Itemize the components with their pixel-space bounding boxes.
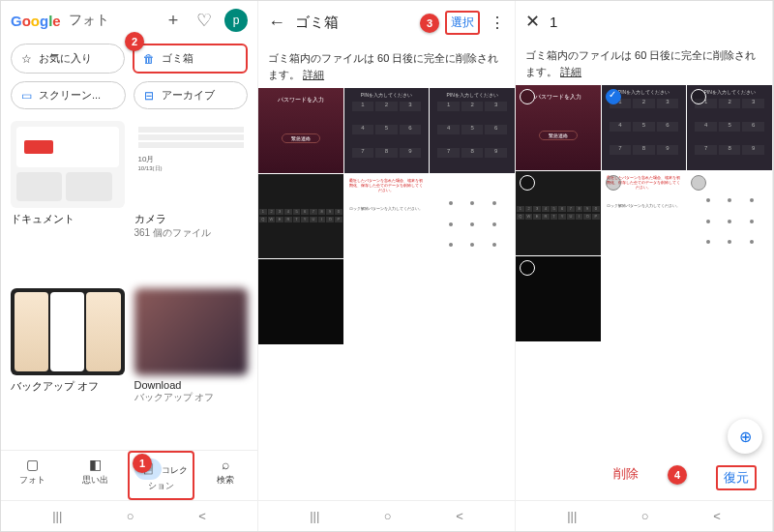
chip-trash[interactable]: 🗑 ゴミ箱 — [133, 44, 249, 74]
album-download[interactable]: Download バックアップ オフ — [134, 288, 249, 443]
chip-favorites[interactable]: ☆ お気に入り — [11, 44, 125, 74]
system-nav: ||| ○ < — [258, 500, 515, 531]
chip-label: アーカイブ — [162, 88, 215, 103]
selection-count: 1 — [550, 14, 762, 30]
trash-item[interactable]: 123456789 — [344, 88, 430, 173]
recents-button[interactable]: ||| — [310, 509, 319, 523]
back-button[interactable]: < — [713, 509, 721, 523]
bottom-nav: ▢フォト ◧思い出 ⌸コレクション ⌕検索 — [1, 450, 257, 500]
trash-info-text: ゴミ箱内のファイルは 60 日後に完全に削除されます。 詳細 — [258, 44, 515, 88]
app-name: フォト — [69, 12, 109, 29]
album-backup[interactable]: バックアップ オフ — [11, 288, 125, 443]
trash-item[interactable]: パスワードを入力緊急連絡 — [258, 88, 343, 173]
details-link[interactable]: 詳細 — [303, 69, 324, 80]
trash-info-text: ゴミ箱内のファイルは 60 日後に完全に削除されます。 詳細 — [516, 42, 772, 85]
memories-icon: ◧ — [66, 457, 125, 472]
callout-1: 1 — [133, 454, 152, 473]
restore-button[interactable]: 復元 — [716, 465, 757, 490]
trash-header: ← ゴミ箱 3 選択 ⋮ — [258, 1, 515, 44]
trash-item[interactable]: 最近したパターンを忘れた場合、端末を初期化、保存した全てのデータを削除してくださ… — [344, 174, 430, 259]
album-grid: ドキュメント 10月 10/13(日) カメラ 361 個のファイル バックアッ… — [1, 113, 257, 450]
select-button[interactable]: 選択 — [445, 11, 480, 35]
trash-item[interactable]: 1234567890 QWERTYUIOP — [258, 174, 343, 259]
recents-button[interactable]: ||| — [52, 509, 62, 523]
callout-2: 2 — [125, 32, 144, 51]
trash-item[interactable] — [687, 171, 772, 256]
recents-button[interactable]: ||| — [567, 509, 577, 523]
photo-icon: ▢ — [3, 457, 62, 472]
panel-trash-browse: ← ゴミ箱 3 選択 ⋮ ゴミ箱内のファイルは 60 日後に完全に削除されます。… — [258, 1, 516, 531]
trash-item[interactable]: 123456789 — [430, 88, 515, 173]
zoom-icon: ⊕ — [739, 428, 752, 446]
bell-icon[interactable]: ♡ — [194, 10, 215, 31]
add-icon[interactable]: + — [163, 10, 184, 31]
callout-4: 4 — [668, 465, 687, 485]
chip-screenshots[interactable]: ▭ スクリーン... — [11, 81, 126, 109]
nav-memories[interactable]: ◧思い出 — [64, 451, 127, 500]
trash-item[interactable]: 最近したパターンを忘れた場合、端末を初期化、保存した全てのデータを削除してくださ… — [602, 171, 687, 256]
panel-trash-select: ✕ 1 ゴミ箱内のファイルは 60 日後に完全に削除されます。 詳細 パスワード… — [516, 1, 773, 531]
back-button[interactable]: < — [198, 509, 206, 523]
archive-icon: ⊟ — [142, 89, 156, 103]
home-button[interactable]: ○ — [641, 509, 649, 523]
system-nav: ||| ○ < — [1, 500, 257, 531]
system-nav: ||| ○ < — [516, 500, 772, 531]
home-button[interactable]: ○ — [384, 509, 392, 523]
trash-title: ゴミ箱 — [295, 14, 410, 32]
nav-photos[interactable]: ▢フォト — [1, 451, 64, 500]
search-icon: ⌕ — [196, 457, 255, 472]
trash-item[interactable]: 1234567890 QWERTYUIOP — [516, 171, 601, 256]
chip-archive[interactable]: ⊟ アーカイブ — [134, 81, 249, 109]
trash-item[interactable] — [258, 259, 343, 344]
album-camera[interactable]: 10月 10/13(日) カメラ 361 個のファイル — [134, 121, 249, 279]
zoom-fab[interactable]: ⊕ — [728, 419, 762, 454]
google-logo: Google — [11, 13, 61, 29]
back-button[interactable]: < — [456, 509, 463, 523]
trash-grid: パスワードを入力緊急連絡 123456789 123456789 1234567… — [258, 88, 515, 344]
close-icon[interactable]: ✕ — [525, 11, 540, 32]
delete-button[interactable]: 削除 — [613, 465, 639, 490]
album-documents[interactable]: ドキュメント — [11, 121, 125, 279]
action-bar: 削除 4 復元 — [516, 456, 772, 500]
trash-item[interactable] — [430, 174, 515, 259]
trash-item[interactable] — [516, 256, 601, 341]
home-button[interactable]: ○ — [127, 509, 134, 523]
chip-label: スクリーン... — [39, 88, 101, 103]
avatar[interactable]: p — [224, 9, 248, 32]
screenshot-icon: ▭ — [19, 89, 33, 103]
chip-label: お気に入り — [39, 51, 92, 66]
chip-label: ゴミ箱 — [162, 51, 194, 66]
trash-item-selected[interactable]: 123456789 — [602, 85, 687, 170]
more-icon[interactable]: ⋮ — [490, 14, 505, 32]
back-arrow-icon[interactable]: ← — [268, 13, 285, 33]
selection-header: ✕ 1 — [516, 1, 772, 42]
trash-item[interactable]: 123456789 — [687, 85, 772, 170]
callout-3: 3 — [420, 14, 439, 33]
details-link[interactable]: 詳細 — [560, 66, 581, 77]
trash-icon: 🗑 — [142, 52, 156, 66]
panel-collections: Google フォト + ♡ p 2 ☆ お気に入り 🗑 ゴミ箱 ▭ スクリーン… — [1, 1, 258, 531]
trash-item[interactable]: パスワードを入力緊急連絡 — [516, 85, 601, 170]
star-icon: ☆ — [19, 52, 33, 66]
trash-grid-select: パスワードを入力緊急連絡 123456789 123456789 1234567… — [516, 85, 772, 341]
nav-search[interactable]: ⌕検索 — [194, 451, 257, 500]
